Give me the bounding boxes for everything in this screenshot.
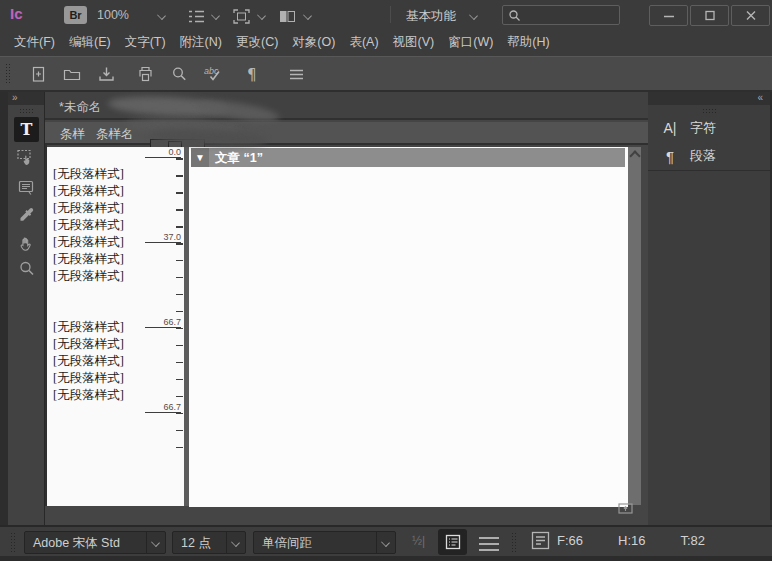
scroll-up-icon[interactable] — [629, 150, 640, 161]
minimize-button[interactable] — [649, 5, 688, 26]
story-text-area[interactable]: ▼ 文章 “1” — [189, 147, 628, 507]
chevron-down-icon[interactable] — [469, 11, 478, 20]
ruler-label: 0.0 — [145, 147, 181, 158]
hand-tool-button[interactable] — [14, 230, 39, 255]
dock-grip[interactable] — [702, 108, 717, 113]
type-tool-button[interactable]: T — [14, 117, 39, 142]
fraction-icon[interactable]: ½| — [412, 534, 425, 548]
stat-value: F:66 — [557, 533, 583, 548]
document-area: *未命名 条样 条样名 [无段落样式][无段落样式][无段落样式][无段落样式]… — [45, 92, 648, 525]
leading-value: 单倍间距 — [262, 535, 312, 552]
menu-item[interactable]: 对象(O) — [292, 29, 339, 56]
hamburger-icon — [288, 66, 305, 83]
show-info-column-toggle[interactable] — [438, 529, 467, 555]
style-row[interactable] — [47, 285, 184, 302]
style-row[interactable]: [无段落样式] — [47, 336, 184, 353]
vertical-scrollbar[interactable] — [628, 147, 641, 505]
incopy-logo: Ic — [10, 5, 23, 22]
position-tool-button[interactable] — [14, 145, 39, 170]
save-button[interactable] — [91, 61, 121, 87]
menu-item[interactable]: 视图(V) — [393, 29, 439, 56]
style-row[interactable]: [无段落样式] — [47, 183, 184, 200]
main-toolbar: abc ¶ — [0, 56, 772, 92]
paragraph-panel-button[interactable]: ¶ 段落 — [648, 142, 770, 170]
view-options-icon[interactable] — [188, 9, 205, 24]
workspace-switcher[interactable]: 基本功能 — [406, 8, 456, 25]
view-tab-galley[interactable]: 条样 — [60, 126, 85, 143]
style-row[interactable]: [无段落样式] — [47, 268, 184, 285]
menu-item[interactable]: 表(A) — [349, 29, 382, 56]
minimize-icon — [650, 6, 687, 25]
status-menu-button[interactable] — [479, 537, 499, 551]
paragraph-panel-label: 段落 — [690, 147, 716, 165]
divider — [390, 6, 391, 23]
tools-panel: » T — [8, 92, 45, 525]
new-document-button[interactable] — [23, 61, 53, 87]
leading-select[interactable]: 单倍间距 — [253, 531, 396, 554]
ruler-label: 66.7 — [145, 317, 181, 328]
chevron-down-icon[interactable] — [157, 11, 166, 20]
chevron-down-icon[interactable] — [303, 11, 312, 20]
style-row[interactable]: [无段落样式] — [47, 370, 184, 387]
font-family-value: Adobe 宋体 Std — [33, 535, 120, 552]
style-row[interactable]: [无段落样式] — [47, 200, 184, 217]
style-rows: [无段落样式][无段落样式][无段落样式][无段落样式][无段落样式][无段落样… — [47, 166, 184, 404]
arrange-documents-icon[interactable] — [279, 9, 296, 24]
style-row[interactable]: [无段落样式] — [47, 166, 184, 183]
stat-value: H:16 — [618, 533, 645, 548]
menu-item[interactable]: 文件(F) — [14, 29, 59, 56]
font-family-select[interactable]: Adobe 宋体 Std — [24, 531, 166, 554]
search-input[interactable] — [502, 5, 620, 25]
toolbar-menu-button[interactable] — [281, 61, 311, 87]
bridge-button[interactable]: Br — [64, 6, 87, 24]
style-row[interactable]: [无段落样式] — [47, 251, 184, 268]
style-row[interactable]: [无段落样式] — [47, 353, 184, 370]
menu-item[interactable]: 帮助(H) — [507, 29, 553, 56]
magnifier-icon — [171, 66, 188, 83]
story-overflow-icon[interactable] — [618, 502, 634, 515]
note-tool-button[interactable] — [14, 175, 39, 200]
new-document-icon — [30, 66, 47, 83]
window-left-edge — [0, 92, 8, 556]
status-grip[interactable] — [511, 532, 517, 552]
note-tool-icon — [18, 179, 36, 196]
copyfit-info-icon[interactable] — [531, 531, 551, 551]
chevron-down-icon[interactable] — [257, 11, 266, 20]
spellcheck-button[interactable]: abc — [198, 61, 228, 87]
maximize-button[interactable] — [690, 5, 729, 26]
show-hidden-chars-button[interactable]: ¶ — [237, 61, 267, 87]
story-header-bar: ▼ 文章 “1” — [191, 148, 625, 167]
tools-panel-header[interactable]: » — [8, 92, 44, 105]
collapse-story-icon[interactable]: ▼ — [191, 148, 209, 167]
search-icon — [508, 9, 521, 22]
close-button[interactable] — [731, 5, 770, 26]
menu-item[interactable]: 附注(N) — [180, 29, 226, 56]
zoom-tool-button[interactable] — [14, 256, 39, 281]
collapse-dock-icon[interactable]: « — [757, 92, 762, 104]
close-icon — [732, 6, 769, 25]
open-button[interactable] — [57, 61, 87, 87]
eyedropper-icon — [18, 206, 36, 224]
chevron-down-icon[interactable] — [211, 11, 220, 20]
character-panel-button[interactable]: A| 字符 — [648, 114, 770, 142]
find-button[interactable] — [164, 61, 194, 87]
zoom-tool-icon — [18, 260, 36, 278]
zoom-level-dropdown[interactable]: 100% — [97, 8, 129, 22]
menu-item[interactable]: 编辑(E) — [69, 29, 115, 56]
menu-item[interactable]: 文字(T) — [125, 29, 170, 56]
menu-item[interactable]: 窗口(W) — [448, 29, 497, 56]
font-size-select[interactable]: 12 点 — [172, 531, 246, 554]
divider — [648, 170, 770, 171]
menu-item[interactable]: 更改(C) — [236, 29, 282, 56]
print-button[interactable] — [130, 61, 160, 87]
eyedropper-tool-button[interactable] — [14, 202, 39, 227]
toolbar-grip[interactable] — [5, 63, 11, 85]
status-grip[interactable] — [10, 532, 16, 552]
view-tab-story[interactable]: 条样名 — [96, 126, 134, 143]
screen-mode-icon[interactable] — [233, 9, 250, 24]
tools-panel-grip[interactable] — [19, 108, 34, 113]
document-tab[interactable]: *未命名 — [59, 99, 101, 116]
title-bar: Ic Br 100% 基本功能 — [0, 0, 772, 29]
svg-text:¶: ¶ — [247, 66, 257, 83]
dock-header[interactable]: « — [648, 92, 770, 105]
